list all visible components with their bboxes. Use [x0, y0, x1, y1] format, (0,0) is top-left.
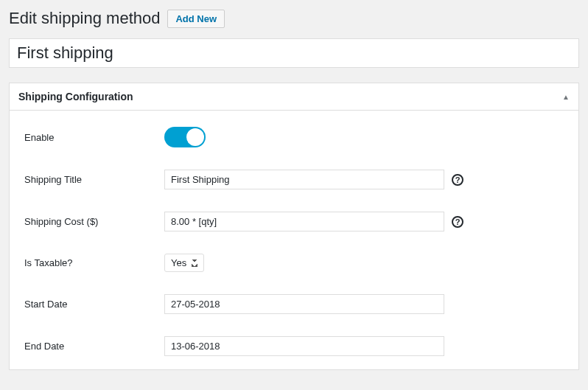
shipping-config-panel: Shipping Configuration ▲ Enable Shipping… [9, 83, 579, 370]
end-date-input[interactable] [164, 336, 444, 356]
panel-body: Enable Shipping Title ? Shipping Cost ($… [10, 111, 578, 369]
is-taxable-select[interactable]: YesNo [164, 254, 204, 272]
page-title: Edit shipping method [9, 9, 160, 28]
help-icon[interactable]: ? [452, 174, 463, 186]
start-date-label: Start Date [24, 299, 164, 310]
shipping-title-label: Shipping Title [24, 174, 164, 185]
shipping-cost-input[interactable] [164, 212, 444, 231]
panel-header[interactable]: Shipping Configuration ▲ [10, 83, 578, 111]
shipping-cost-label: Shipping Cost ($) [24, 216, 164, 227]
enable-toggle[interactable] [164, 127, 206, 147]
start-date-input[interactable] [164, 294, 444, 314]
shipping-name-input[interactable] [9, 38, 579, 68]
is-taxable-label: Is Taxable? [24, 257, 164, 268]
enable-label: Enable [24, 132, 164, 143]
shipping-title-input[interactable] [164, 170, 444, 189]
chevron-up-icon: ▲ [562, 93, 570, 101]
add-new-button[interactable]: Add New [167, 10, 225, 28]
toggle-knob [186, 128, 204, 146]
panel-title: Shipping Configuration [18, 91, 133, 102]
end-date-label: End Date [24, 341, 164, 352]
help-icon[interactable]: ? [452, 216, 463, 228]
